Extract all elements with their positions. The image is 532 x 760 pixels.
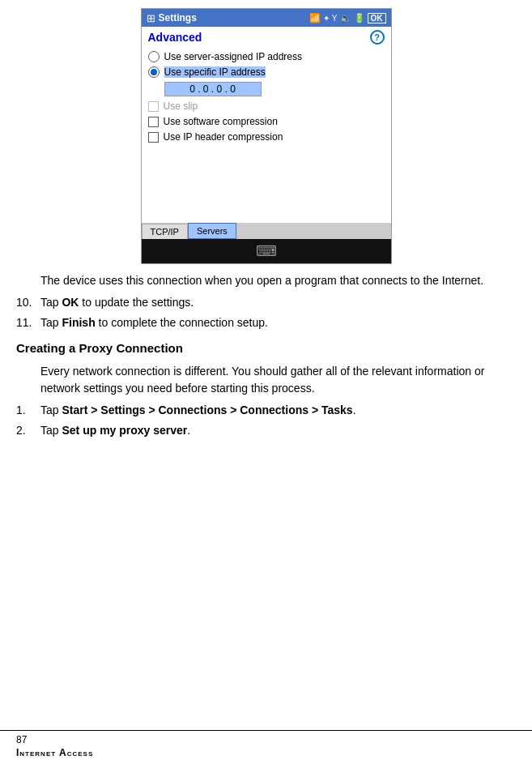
settings-row-use-slip[interactable]: Use slip <box>148 100 385 112</box>
section-step-1-content: Tap Start > Settings > Connections > Con… <box>40 402 516 419</box>
intro-paragraph: The device uses this connection when you… <box>16 272 516 289</box>
keyboard-area: ⌨ <box>142 239 391 263</box>
section-intro-text: Every network connection is different. Y… <box>40 365 484 395</box>
help-icon: ? <box>374 32 380 42</box>
settings-row-ip-header-compression[interactable]: Use IP header compression <box>148 131 385 143</box>
tab-servers[interactable]: Servers <box>188 223 236 239</box>
section-heading: Creating a Proxy Connection <box>16 339 516 358</box>
status-bar-icons: 📶 ✦ Y 🔈 🔋 OK <box>309 13 386 23</box>
label-specific-ip: Use specific IP address <box>164 66 266 78</box>
tab-bar: TCP/IP Servers <box>142 223 391 239</box>
step-10-num: 10. <box>16 294 40 311</box>
keyboard-icon: ⌨ <box>256 242 277 260</box>
label-server-assigned: Use server-assigned IP address <box>164 51 303 62</box>
radio-inner-dot <box>151 69 157 75</box>
step-10: 10. Tap OK to update the settings. <box>16 294 516 311</box>
step-10-content: Tap OK to update the settings. <box>40 294 516 311</box>
step-11: 11. Tap Finish to complete the connectio… <box>16 314 516 331</box>
settings-row-software-compression[interactable]: Use software compression <box>148 116 385 127</box>
page-spacer <box>0 442 532 731</box>
footer-chapter: Internet Access <box>16 747 516 758</box>
section-step-1: 1. Tap Start > Settings > Connections > … <box>16 402 516 419</box>
label-software-compression: Use software compression <box>164 116 278 127</box>
label-ip-header-compression: Use IP header compression <box>164 131 283 143</box>
status-bar-title: Settings <box>159 12 197 23</box>
signal-icon: 📶 <box>309 13 321 23</box>
section-step-2: 2. Tap Set up my proxy server. <box>16 422 516 439</box>
inner-spacer <box>148 147 385 220</box>
checkbox-ip-header-compression[interactable] <box>148 132 159 143</box>
step-11-num: 11. <box>16 314 40 331</box>
section-step-1-bold: Start > Settings > Connections > Connect… <box>62 403 352 416</box>
footer: 87 Internet Access <box>0 730 532 760</box>
section-step-2-bold: Set up my proxy server <box>62 424 187 437</box>
step-11-content: Tap Finish to complete the connection se… <box>40 314 516 331</box>
checkbox-software-compression[interactable] <box>148 117 159 127</box>
radio-server-assigned[interactable] <box>148 51 160 62</box>
tab-tcpip[interactable]: TCP/IP <box>142 224 188 239</box>
battery-icon: 🔋 <box>354 13 365 23</box>
step-10-bold: OK <box>62 296 79 309</box>
ip-input[interactable]: 0 . 0 . 0 . 0 <box>164 82 262 96</box>
device-screenshot: ⊞ Settings 📶 ✦ Y 🔈 🔋 OK Advanced ? <box>141 8 392 264</box>
section-intro: Every network connection is different. Y… <box>16 363 516 397</box>
status-bar-left: ⊞ Settings <box>147 12 197 24</box>
section-step-1-num: 1. <box>16 402 40 419</box>
text-content: The device uses this connection when you… <box>0 272 532 442</box>
section-step-2-num: 2. <box>16 422 40 439</box>
footer-page-number: 87 <box>16 734 516 745</box>
settings-list: Use server-assigned IP address Use speci… <box>142 48 391 223</box>
step-11-bold: Finish <box>62 316 95 329</box>
signal2-icon: Y <box>332 14 338 23</box>
settings-row-server-assigned[interactable]: Use server-assigned IP address <box>148 51 385 62</box>
volume-icon: 🔈 <box>340 13 351 23</box>
network-icon: ✦ <box>323 14 330 23</box>
ok-badge[interactable]: OK <box>368 13 386 23</box>
radio-specific-ip[interactable] <box>148 66 160 78</box>
settings-row-specific-ip[interactable]: Use specific IP address <box>148 66 385 78</box>
section-step-2-content: Tap Set up my proxy server. <box>40 422 516 439</box>
status-bar: ⊞ Settings 📶 ✦ Y 🔈 🔋 OK <box>142 9 391 27</box>
ip-field-container: 0 . 0 . 0 . 0 <box>164 82 385 96</box>
advanced-header: Advanced ? <box>142 27 391 48</box>
checkbox-use-slip[interactable] <box>148 101 159 112</box>
advanced-title: Advanced <box>148 31 202 44</box>
windows-icon: ⊞ <box>147 12 155 24</box>
intro-text: The device uses this connection when you… <box>40 274 483 287</box>
help-button[interactable]: ? <box>370 30 385 45</box>
page-container: ⊞ Settings 📶 ✦ Y 🔈 🔋 OK Advanced ? <box>0 0 532 760</box>
label-use-slip: Use slip <box>164 100 198 112</box>
